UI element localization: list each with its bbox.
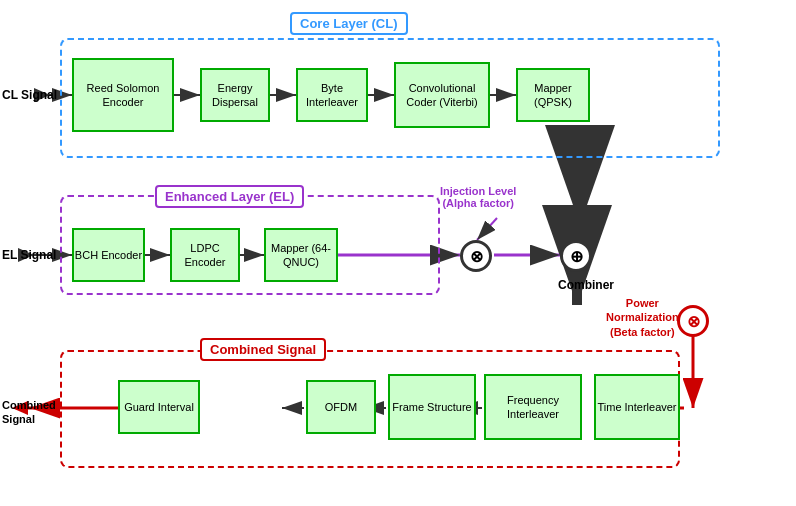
power-norm-label: Power Normalization (Beta factor) [606,296,679,339]
mapper-qpsk-block: Mapper (QPSK) [516,68,590,122]
time-interleaver-block: Time Interleaver [594,374,680,440]
frame-structure-block: Frame Structure [388,374,476,440]
core-layer-label: Core Layer (CL) [290,12,408,35]
svg-line-16 [477,218,497,240]
power-norm-circle: ⊗ [677,305,709,337]
diagram: Core Layer (CL) Enhanced Layer (EL) Comb… [0,0,796,506]
injection-level-label: Injection Level (Alpha factor) [440,185,516,209]
ldpc-encoder-block: LDPC Encoder [170,228,240,282]
multiply-circle: ⊗ [460,240,492,272]
mapper-64qnuc-block: Mapper (64-QNUC) [264,228,338,282]
el-signal-label: EL Signal [2,248,56,262]
ofdm-block: OFDM [306,380,376,434]
energy-dispersal-block: Energy Dispersal [200,68,270,122]
convolutional-coder-block: Convolutional Coder (Viterbi) [394,62,490,128]
enhanced-layer-label: Enhanced Layer (EL) [155,185,304,208]
combiner-label: Combiner [558,278,614,292]
guard-interval-block: Guard Interval [118,380,200,434]
bch-encoder-block: BCH Encoder [72,228,145,282]
cl-signal-label: CL Signal [2,88,57,102]
combined-signal-label: Combined Signal [200,338,326,361]
combined-signal-side-label: CombinedSignal [2,398,56,427]
combiner-circle: ⊕ [560,240,592,272]
frequency-interleaver-block: Frequency Interleaver [484,374,582,440]
reed-solomon-block: Reed Solomon Encoder [72,58,174,132]
byte-interleaver-block: Byte Interleaver [296,68,368,122]
